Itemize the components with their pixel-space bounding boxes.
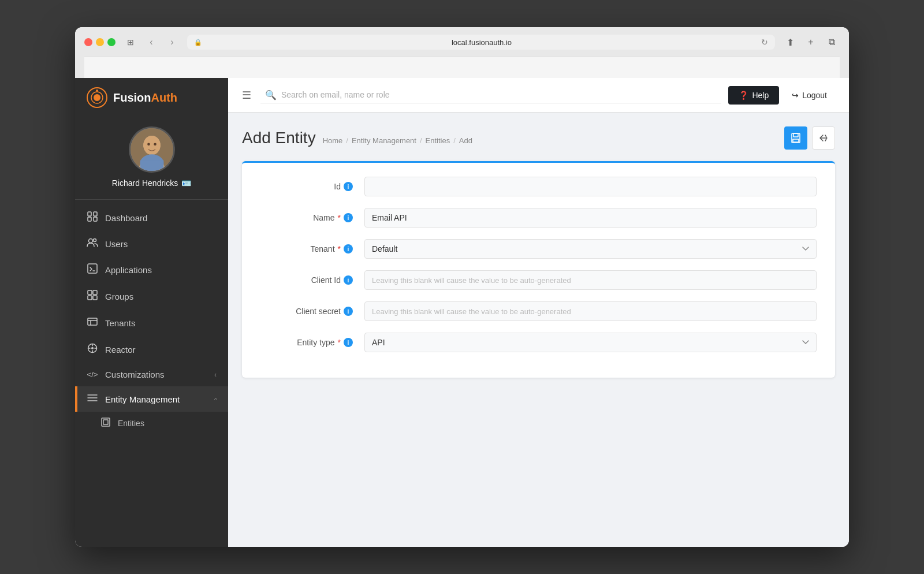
svg-point-16: [89, 239, 93, 243]
client-secret-label: Client secret i: [260, 301, 353, 316]
main-content: ☰ 🔍 ❓ Help ↪ Logout: [228, 78, 849, 547]
entity-management-icon: [87, 393, 98, 405]
client-secret-info-icon[interactable]: i: [344, 307, 353, 316]
sidebar-item-users[interactable]: Users: [75, 231, 228, 256]
nav-items: Dashboard Users: [75, 200, 228, 439]
sidebar-item-applications[interactable]: Applications: [75, 256, 228, 283]
client-id-input[interactable]: [364, 270, 817, 290]
entity-type-info-icon[interactable]: i: [344, 338, 353, 347]
form-card: Id i Name* i: [242, 161, 835, 378]
form-body: Id i Name* i: [242, 163, 835, 378]
svg-rect-12: [88, 212, 91, 216]
user-card-icon: 🪪: [181, 178, 191, 188]
id-info-icon[interactable]: i: [344, 182, 353, 191]
sidebar: FusionAuth: [75, 78, 228, 547]
svg-rect-22: [93, 296, 97, 300]
help-icon: ❓: [739, 91, 748, 100]
minimize-button[interactable]: [96, 38, 104, 46]
page-title: Add Entity: [242, 129, 316, 147]
avatar: [129, 126, 175, 173]
id-input[interactable]: [364, 177, 817, 196]
svg-rect-35: [793, 139, 799, 142]
svg-point-7: [143, 136, 161, 155]
sidebar-item-customizations[interactable]: </> Customizations ‹: [75, 363, 228, 386]
svg-rect-15: [94, 217, 97, 221]
svg-rect-11: [140, 161, 163, 172]
name-label: Name* i: [260, 208, 353, 222]
id-label: Id i: [260, 177, 353, 191]
form-group-name: Name* i: [260, 208, 817, 228]
sidebar-item-reactor[interactable]: Reactor: [75, 336, 228, 363]
search-bar: 🔍: [260, 87, 721, 103]
page-header: Add Entity Home / Entity Management / En…: [242, 126, 835, 150]
form-group-client-secret: Client secret i: [260, 301, 817, 321]
back-nav-button[interactable]: ‹: [143, 34, 159, 50]
maximize-button[interactable]: [107, 38, 116, 46]
save-icon: [790, 132, 802, 144]
logo-fusion-text: Fusion: [113, 91, 151, 104]
fusionauth-logo-icon: [87, 87, 107, 108]
tenant-select[interactable]: Default: [364, 239, 817, 259]
svg-rect-20: [93, 290, 97, 295]
client-secret-input[interactable]: [364, 301, 817, 321]
menu-toggle-icon[interactable]: ☰: [240, 87, 254, 104]
close-button[interactable]: [84, 38, 92, 46]
tabs-icon[interactable]: ⧉: [824, 34, 840, 50]
breadcrumb-home[interactable]: Home: [323, 136, 343, 145]
name-info-icon[interactable]: i: [344, 213, 353, 222]
reload-icon[interactable]: ↻: [761, 38, 768, 47]
form-group-tenant: Tenant* i Default: [260, 239, 817, 259]
sidebar-item-entity-management[interactable]: Entity Management ›: [75, 386, 228, 412]
page-actions: [784, 126, 835, 150]
svg-rect-21: [88, 296, 92, 300]
breadcrumb-entities[interactable]: Entities: [426, 136, 450, 145]
breadcrumb: Home / Entity Management / Entities / Ad…: [323, 136, 472, 145]
client-id-info-icon[interactable]: i: [344, 275, 353, 285]
user-name: Richard Hendricks 🪪: [112, 178, 191, 188]
dashboard-icon: [87, 211, 98, 224]
entities-icon: [100, 418, 111, 428]
address-bar-url[interactable]: local.fusionauth.io: [206, 38, 758, 47]
svg-rect-31: [102, 418, 110, 426]
share-icon[interactable]: ⬆: [782, 34, 798, 50]
sidebar-toggle-icon[interactable]: ⊞: [122, 34, 139, 50]
svg-rect-14: [88, 217, 91, 221]
entity-type-select[interactable]: API: [364, 333, 817, 352]
name-input[interactable]: [364, 208, 817, 228]
tenant-info-icon[interactable]: i: [344, 244, 353, 254]
applications-icon: [87, 263, 98, 276]
user-profile: Richard Hendricks 🪪: [75, 117, 228, 199]
search-input[interactable]: [281, 90, 717, 99]
svg-point-1: [94, 94, 100, 101]
svg-point-27: [91, 347, 94, 349]
sidebar-item-reactor-label: Reactor: [105, 345, 217, 355]
svg-point-8: [147, 143, 150, 146]
logout-button[interactable]: ↪ Logout: [781, 86, 837, 105]
groups-icon: [87, 290, 98, 303]
users-icon: [87, 238, 98, 249]
logout-icon: ↪: [792, 91, 799, 100]
forward-nav-button[interactable]: ›: [164, 34, 180, 50]
save-button[interactable]: [784, 126, 807, 150]
sidebar-item-entities[interactable]: Entities: [75, 412, 228, 434]
header-actions: ❓ Help ↪ Logout: [728, 86, 837, 105]
back-button[interactable]: [812, 126, 835, 150]
sidebar-item-groups[interactable]: Groups: [75, 283, 228, 310]
new-tab-icon[interactable]: +: [803, 34, 819, 50]
entity-management-chevron-icon: ›: [211, 398, 219, 400]
help-button[interactable]: ❓ Help: [728, 86, 779, 105]
reactor-icon: [87, 343, 98, 356]
sidebar-item-customizations-label: Customizations: [105, 370, 207, 379]
sidebar-item-tenants[interactable]: Tenants: [75, 310, 228, 336]
sidebar-item-dashboard[interactable]: Dashboard: [75, 204, 228, 231]
sidebar-item-tenants-label: Tenants: [105, 318, 217, 328]
logo-auth-text: Auth: [151, 91, 178, 104]
lock-icon: 🔒: [194, 39, 202, 46]
svg-rect-18: [88, 264, 97, 273]
form-group-id: Id i: [260, 177, 817, 196]
form-group-entity-type: Entity type* i API: [260, 333, 817, 352]
breadcrumb-entity-management[interactable]: Entity Management: [352, 136, 416, 145]
svg-rect-34: [793, 133, 798, 137]
sidebar-item-applications-label: Applications: [105, 265, 217, 275]
form-group-client-id: Client Id i: [260, 270, 817, 290]
